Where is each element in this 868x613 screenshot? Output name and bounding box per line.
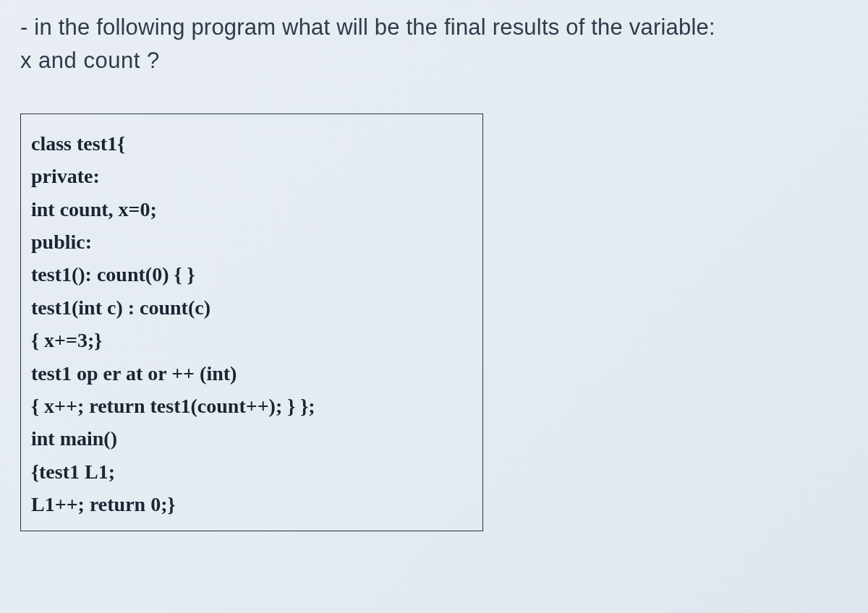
question-text-line1: - in the following program what will be … [20, 14, 848, 40]
question-text-line2: x and count ? [20, 48, 848, 74]
code-line: { x++; return test1(count++); } }; [31, 390, 472, 422]
code-line: public: [31, 226, 472, 258]
code-line: test1(): count(0) { } [31, 258, 472, 291]
code-line: class test1{ [31, 127, 472, 160]
document-page: - in the following program what will be … [0, 0, 868, 531]
code-line: {test1 L1; [31, 455, 472, 488]
code-line: int main() [31, 422, 472, 455]
code-line: test1 op er at or ++ (int) [31, 357, 472, 390]
code-line: int count, x=0; [31, 193, 472, 226]
code-line: private: [31, 160, 472, 192]
code-line: { x+=3;} [31, 324, 472, 356]
code-box: class test1{ private: int count, x=0; pu… [20, 113, 483, 531]
code-line: test1(int c) : count(c) [31, 291, 472, 324]
code-line: L1++; return 0;} [31, 488, 472, 520]
